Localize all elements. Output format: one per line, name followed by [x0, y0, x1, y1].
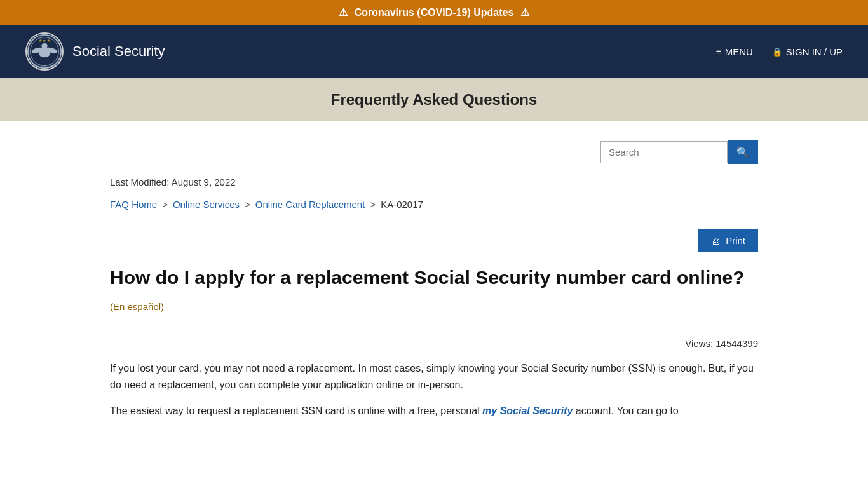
breadcrumb: FAQ Home > Online Services > Online Card…	[110, 199, 758, 210]
spanish-link[interactable]: (En español)	[110, 301, 164, 312]
page-title: Frequently Asked Questions	[25, 91, 843, 109]
breadcrumb-current: KA-02017	[381, 199, 423, 210]
menu-label: MENU	[725, 46, 753, 57]
print-label: Print	[726, 235, 745, 246]
svg-text:★ ★ ★: ★ ★ ★	[39, 39, 50, 43]
hamburger-icon: ≡	[715, 46, 721, 57]
my-social-security-link[interactable]: my Social Security	[482, 405, 573, 416]
svg-point-5	[41, 43, 47, 49]
print-icon: 🖨	[711, 235, 721, 246]
print-area: 🖨 Print	[110, 229, 758, 252]
alert-text: Coronavirus (COVID-19) Updates	[355, 7, 514, 18]
header-nav: ≡ MENU 🔒 SIGN IN / UP	[715, 46, 843, 57]
lock-icon: 🔒	[772, 47, 782, 57]
search-button[interactable]: 🔍	[728, 140, 758, 164]
ssa-logo: ★ ★ ★ SOCIAL SECURITY	[25, 32, 64, 71]
search-icon: 🔍	[736, 147, 749, 158]
breadcrumb-online-card-replacement[interactable]: Online Card Replacement	[255, 199, 365, 210]
content-divider	[110, 325, 758, 325]
alert-banner: ⚠ Coronavirus (COVID-19) Updates ⚠	[0, 0, 868, 25]
signin-label: SIGN IN / UP	[786, 46, 843, 57]
svg-text:SOCIAL SECURITY: SOCIAL SECURITY	[34, 65, 55, 67]
breadcrumb-separator-3: >	[370, 199, 376, 210]
views-count: Views: 14544399	[110, 338, 758, 349]
body-paragraph-2: The easiest way to request a replacement…	[110, 403, 758, 419]
warning-icon-left: ⚠	[339, 7, 348, 18]
signin-button[interactable]: 🔒 SIGN IN / UP	[772, 46, 843, 57]
site-header: ★ ★ ★ SOCIAL SECURITY Social Security ≡ …	[0, 25, 868, 78]
logo-area: ★ ★ ★ SOCIAL SECURITY Social Security	[25, 32, 165, 71]
search-area: 🔍	[110, 140, 758, 164]
last-modified: Last Modified: August 9, 2022	[110, 177, 758, 187]
breadcrumb-separator-1: >	[162, 199, 168, 210]
search-form: 🔍	[600, 140, 758, 164]
page-title-bar: Frequently Asked Questions	[0, 78, 868, 121]
site-title: Social Security	[72, 43, 165, 60]
print-button[interactable]: 🖨 Print	[698, 229, 758, 252]
breadcrumb-separator-2: >	[245, 199, 250, 210]
breadcrumb-faq-home[interactable]: FAQ Home	[110, 199, 157, 210]
body-paragraph-2-before: The easiest way to request a replacement…	[110, 405, 482, 416]
search-input[interactable]	[600, 141, 728, 163]
breadcrumb-online-services[interactable]: Online Services	[173, 199, 240, 210]
menu-button[interactable]: ≡ MENU	[715, 46, 752, 57]
body-paragraph-2-after: account. You can go to	[573, 405, 678, 416]
warning-icon-right: ⚠	[520, 7, 529, 18]
faq-title: How do I apply for a replacement Social …	[110, 265, 758, 290]
main-content: 🔍 Last Modified: August 9, 2022 FAQ Home…	[85, 121, 783, 455]
body-paragraph-1: If you lost your card, you may not need …	[110, 360, 758, 393]
